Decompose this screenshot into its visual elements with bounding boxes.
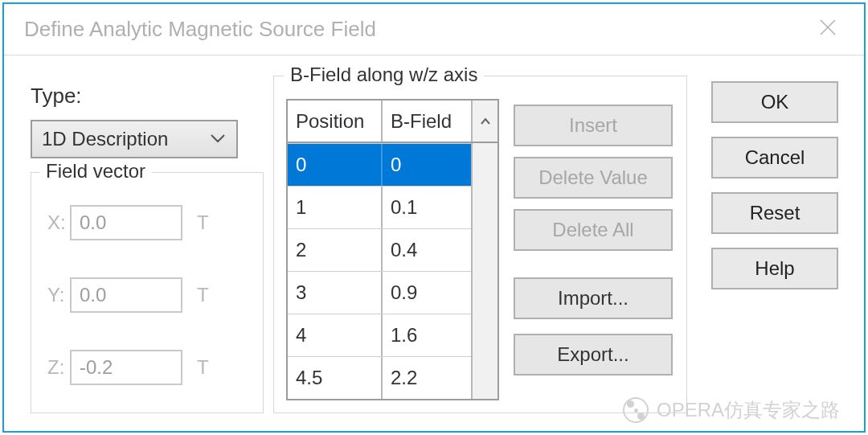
z-input[interactable]: -0.2 [70,350,182,385]
close-icon[interactable] [813,14,843,44]
bfield-table[interactable]: Position B-Field 0 0 1 0.1 [286,99,499,400]
dialog-window: Define Analytic Magnetic Source Field Ty… [2,2,866,433]
help-button[interactable]: Help [711,248,838,289]
dialog-content: Type: 1D Description Field vector X: 0.0… [4,55,864,431]
cell-position: 4.5 [288,357,383,399]
watermark-text: OPERA仿真专家之路 [657,397,840,423]
delete-all-button[interactable]: Delete All [514,209,673,251]
cell-position: 2 [288,229,383,271]
scrollbar-track[interactable] [471,143,497,399]
field-vector-row-z: Z: -0.2 T [31,350,263,385]
y-unit: T [182,284,209,306]
delete-value-button[interactable]: Delete Value [514,157,673,199]
field-vector-row-y: Y: 0.0 T [31,277,263,313]
export-button[interactable]: Export... [514,334,673,375]
bfield-legend: B-Field along w/z axis [284,64,484,86]
table-row[interactable]: 4.5 2.2 [288,356,497,399]
field-vector-row-x: X: 0.0 T [31,205,263,240]
table-row[interactable]: 0 0 [288,143,497,186]
cell-bfield: 0.1 [383,187,471,228]
table-row[interactable]: 2 0.4 [288,228,497,271]
z-label: Z: [31,356,70,379]
cell-bfield: 0.9 [383,272,471,314]
table-row[interactable]: 3 0.9 [288,271,497,314]
z-unit: T [182,356,209,379]
table-header: Position B-Field [288,101,497,143]
type-selected-value: 1D Description [42,128,168,150]
window-title: Define Analytic Magnetic Source Field [24,17,376,42]
bfield-group: B-Field along w/z axis Position B-Field … [273,76,687,413]
cell-bfield: 2.2 [383,357,471,399]
chevron-down-icon [209,129,227,152]
insert-button[interactable]: Insert [514,105,673,146]
ok-button[interactable]: OK [711,81,838,123]
header-position[interactable]: Position [288,101,383,142]
dialog-buttons: OK Cancel Reset Help [711,81,838,303]
cell-position: 1 [288,187,383,228]
cell-bfield: 1.6 [383,314,471,356]
type-label: Type: [31,84,82,109]
watermark: OPERA仿真专家之路 [623,397,840,423]
scroll-up-icon[interactable] [471,101,497,142]
x-label: X: [31,211,70,234]
cell-bfield: 0 [383,144,471,186]
type-dropdown[interactable]: 1D Description [31,120,238,158]
field-vector-group: Field vector X: 0.0 T Y: 0.0 T Z: -0.2 T [31,172,264,413]
y-input[interactable]: 0.0 [70,277,182,313]
cell-bfield: 0.4 [383,229,471,271]
x-unit: T [182,211,209,234]
reset-button[interactable]: Reset [711,192,838,234]
field-vector-legend: Field vector [39,160,152,183]
title-bar: Define Analytic Magnetic Source Field [4,4,864,55]
table-row[interactable]: 1 0.1 [288,186,497,228]
cell-position: 3 [288,272,383,314]
cancel-button[interactable]: Cancel [711,137,838,179]
table-row[interactable]: 4 1.6 [288,314,497,356]
y-label: Y: [31,284,70,306]
header-bfield[interactable]: B-Field [383,101,471,142]
table-body: 0 0 1 0.1 2 0.4 3 [288,143,497,399]
cell-position: 0 [288,144,383,186]
import-button[interactable]: Import... [514,277,673,319]
x-input[interactable]: 0.0 [70,205,182,240]
cell-position: 4 [288,314,383,356]
wechat-icon [623,397,649,423]
